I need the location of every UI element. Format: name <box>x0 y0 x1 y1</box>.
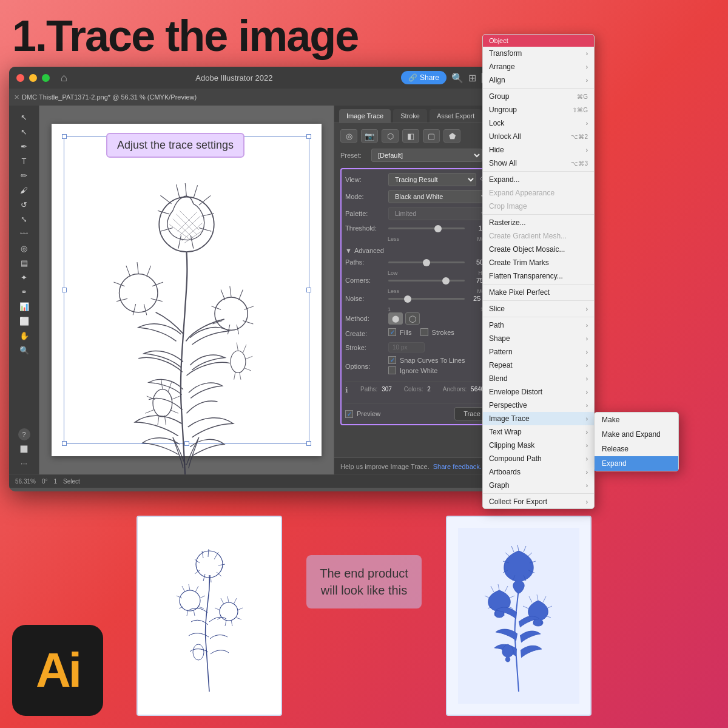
menu-transform[interactable]: Transform› <box>483 47 594 60</box>
ignore-white-checkbox[interactable] <box>388 366 396 374</box>
maximize-button[interactable] <box>42 74 50 82</box>
menu-perspective[interactable]: Perspective› <box>483 399 594 412</box>
handle-mr[interactable] <box>306 288 311 292</box>
menu-path[interactable]: Path› <box>483 318 594 332</box>
close-button[interactable] <box>16 74 24 82</box>
pen-tool[interactable]: ✒ <box>16 140 33 153</box>
submenu-release[interactable]: Release <box>595 442 678 456</box>
hand-tool[interactable]: ✋ <box>16 329 33 342</box>
grid-icon[interactable]: ⊞ <box>468 72 476 84</box>
eyedropper-tool[interactable]: ✦ <box>16 271 33 284</box>
stroke-input[interactable] <box>388 342 425 352</box>
search-icon[interactable]: 🔍 <box>451 72 463 84</box>
method-btn-1[interactable]: ⬤ <box>388 312 403 325</box>
menu-flatten-transparency[interactable]: Flatten Transparency... <box>483 269 594 283</box>
share-button[interactable]: 🔗 Share <box>401 71 447 84</box>
brush-tool[interactable]: 🖌 <box>16 183 33 197</box>
noise-slider[interactable] <box>388 294 465 303</box>
menu-blend[interactable]: Blend› <box>483 372 594 385</box>
type-tool[interactable]: T <box>16 154 33 167</box>
home-icon[interactable]: ⌂ <box>61 72 67 84</box>
submenu-expand[interactable]: Expand <box>595 456 678 471</box>
preset-dropdown[interactable]: [Default] <box>371 149 482 162</box>
menu-lock[interactable]: Lock› <box>483 116 594 130</box>
view-icon-1[interactable]: ◎ <box>340 129 357 143</box>
menu-repeat[interactable]: Repeat› <box>483 359 594 372</box>
fill-stroke-tool[interactable]: ◼ <box>16 442 33 455</box>
view-icon-3[interactable]: ⬡ <box>382 129 399 143</box>
menu-text-wrap[interactable]: Text Wrap› <box>483 425 594 439</box>
close-file-icon[interactable]: ✕ <box>14 93 19 101</box>
menu-pattern[interactable]: Pattern› <box>483 345 594 359</box>
method-btn-2[interactable]: ◯ <box>405 312 420 325</box>
menu-shape[interactable]: Shape› <box>483 332 594 345</box>
view-icon-2[interactable]: 📷 <box>361 129 378 143</box>
preview-checkbox[interactable]: ✓ <box>345 410 353 418</box>
handle-tl[interactable] <box>62 134 67 139</box>
submenu-make[interactable]: Make <box>595 413 678 427</box>
fills-checkbox[interactable]: ✓ <box>388 328 396 336</box>
view-dropdown[interactable]: Tracing Result <box>388 173 476 186</box>
menu-ungroup[interactable]: Ungroup⇧⌘G <box>483 103 594 116</box>
menu-rasterize[interactable]: Rasterize... <box>483 216 594 229</box>
pencil-tool[interactable]: ✏ <box>16 169 33 182</box>
submenu-make-and-expand[interactable]: Make and Expand <box>595 427 678 442</box>
menu-artboards[interactable]: Artboards› <box>483 465 594 479</box>
menu-arrange[interactable]: Arrange› <box>483 60 594 73</box>
menu-show-all[interactable]: Show All⌥⌘3 <box>483 157 594 170</box>
tab-image-trace[interactable]: Image Trace <box>339 109 391 123</box>
share-feedback-link[interactable]: Share feedback. <box>433 463 482 470</box>
gradient-tool[interactable]: ▤ <box>16 256 33 269</box>
more-tools[interactable]: ··· <box>16 456 33 470</box>
view-icon-4[interactable]: ◧ <box>402 129 419 143</box>
menu-expand[interactable]: Expand... <box>483 173 594 186</box>
menu-clipping-mask[interactable]: Clipping Mask› <box>483 439 594 452</box>
handle-tr[interactable] <box>306 134 311 139</box>
view-icon-5[interactable]: ▢ <box>423 129 440 143</box>
minimize-button[interactable] <box>29 74 37 82</box>
view-icon-6[interactable]: ⬟ <box>443 129 460 143</box>
mode-dropdown[interactable]: Black and White <box>388 190 490 203</box>
menu-group[interactable]: Group⌘G <box>483 90 594 103</box>
tab-stroke[interactable]: Stroke <box>393 109 427 123</box>
shape-builder-tool[interactable]: ◎ <box>16 241 33 255</box>
menu-unlock-all[interactable]: Unlock All⌥⌘2 <box>483 130 594 143</box>
rotate-tool[interactable]: ↺ <box>16 198 33 211</box>
handle-br[interactable] <box>306 441 311 446</box>
menu-align[interactable]: Align› <box>483 73 594 87</box>
warp-tool[interactable]: 〰 <box>16 227 33 240</box>
menu-compound-path[interactable]: Compound Path› <box>483 452 594 465</box>
palette-dropdown[interactable]: Limited <box>388 207 490 220</box>
tab-asset-export[interactable]: Asset Export <box>430 109 482 123</box>
menu-slice[interactable]: Slice› <box>483 302 594 315</box>
file-tab[interactable]: DMC Thistle_PAT1371-2.png* @ 56.31 % (CM… <box>22 93 197 101</box>
artboard-tool[interactable]: ⬜ <box>16 314 33 328</box>
menu-create-object-mosaic[interactable]: Create Object Mosaic... <box>483 243 594 256</box>
corners-slider[interactable] <box>388 276 465 285</box>
blend-tool[interactable]: ⚭ <box>16 285 33 298</box>
strokes-checkbox[interactable] <box>420 328 428 336</box>
handle-ml[interactable] <box>62 288 67 292</box>
menu-collect-for-export[interactable]: Collect For Export› <box>483 495 594 508</box>
menu-graph[interactable]: Graph› <box>483 479 594 492</box>
handle-bl[interactable] <box>62 441 67 446</box>
menu-create-trim-marks[interactable]: Create Trim Marks <box>483 256 594 269</box>
chart-tool[interactable]: 📊 <box>16 300 33 313</box>
strokes-checkbox-row: Strokes <box>420 328 454 336</box>
advanced-header[interactable]: ▼ Advanced <box>345 247 490 254</box>
snap-curves-checkbox[interactable]: ✓ <box>388 356 396 364</box>
menu-image-trace[interactable]: Image Trace › Make Make and Expand Relea… <box>483 412 594 425</box>
canvas-area: Adjust the trace settings <box>39 106 334 474</box>
direct-select-tool[interactable]: ↖ <box>16 125 33 138</box>
threshold-slider[interactable] <box>388 224 465 232</box>
paths-slider[interactable] <box>388 258 465 266</box>
menu-make-pixel-perfect[interactable]: Make Pixel Perfect <box>483 286 594 299</box>
help-icon[interactable]: ? <box>18 428 30 440</box>
menu-envelope-distort[interactable]: Envelope Distort› <box>483 385 594 399</box>
zoom-tool[interactable]: 🔍 <box>16 343 33 357</box>
annotation-text: Adjust the trace settings <box>117 139 234 151</box>
scale-tool[interactable]: ⤡ <box>16 212 33 226</box>
options-row: Options: ✓ Snap Curves To Lines Ignore W… <box>345 356 490 377</box>
select-tool[interactable]: ↖ <box>16 110 33 124</box>
menu-hide[interactable]: Hide› <box>483 143 594 157</box>
